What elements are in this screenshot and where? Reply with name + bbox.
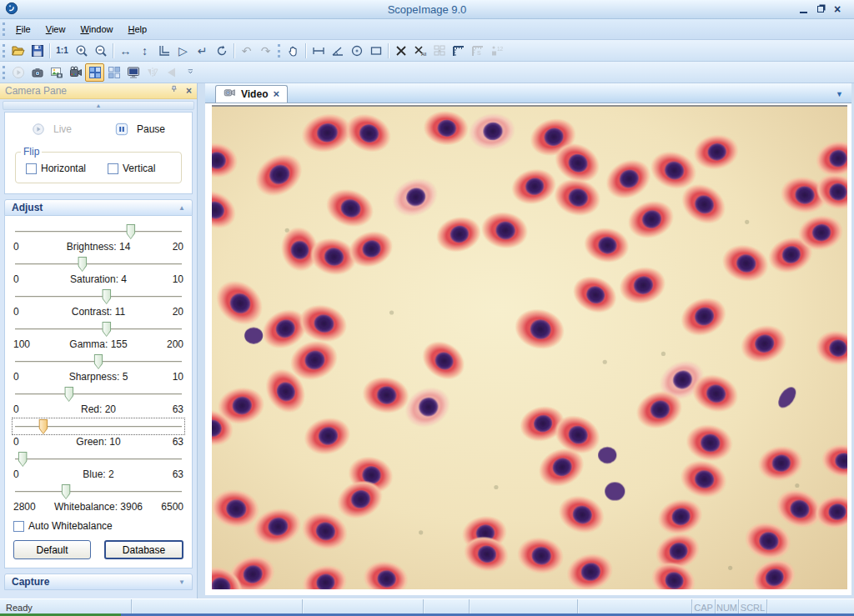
slider-groove [15, 263, 182, 265]
tab-video[interactable]: Video× [215, 85, 288, 103]
pan-icon[interactable] [284, 42, 303, 60]
slider-track-blue[interactable] [12, 450, 185, 468]
slider-track-saturation[interactable] [12, 255, 185, 273]
multiview-icon[interactable] [85, 63, 104, 82]
capture-section-header[interactable]: Capture ▼ [4, 573, 193, 590]
toolbar-gripper[interactable] [278, 44, 280, 58]
toolbar-gripper[interactable] [3, 44, 5, 58]
database-button[interactable]: Database [104, 540, 183, 559]
slider-thumb-red[interactable] [64, 387, 73, 402]
close-pane-icon[interactable]: × [186, 85, 192, 97]
play-icon[interactable] [8, 63, 28, 82]
slider-track-red[interactable] [12, 385, 185, 403]
snapshot-icon[interactable] [47, 63, 66, 82]
ruler-scale-icon[interactable]: S [468, 42, 487, 60]
menu-gripper[interactable] [3, 23, 5, 36]
capture-title: Capture [12, 576, 49, 588]
slider-track-whitebalance[interactable] [12, 483, 185, 500]
measure-angle-icon[interactable] [328, 42, 347, 60]
tab-close-icon[interactable]: × [273, 90, 279, 98]
slider-track-sharpness[interactable] [12, 353, 185, 370]
slider-whitebalance: 2800Whitebalance: 39066500 [12, 483, 185, 513]
auto-whitebalance-checkbox[interactable]: Auto Whitebalance [13, 520, 183, 532]
delete-icon[interactable] [391, 42, 410, 60]
flip-group-title: Flip [21, 146, 42, 158]
measure-circle-icon[interactable] [347, 42, 366, 60]
slider-track-green[interactable] [12, 418, 185, 435]
rotate-icon[interactable] [212, 42, 231, 60]
enter-icon[interactable]: ↵ [193, 42, 212, 60]
menu-item-file[interactable]: File [8, 22, 38, 37]
live-button[interactable]: Live [32, 123, 72, 136]
redo-icon[interactable]: ↷ [256, 42, 275, 60]
slider-thumb-blue[interactable] [18, 452, 28, 467]
flip-vertical-checkbox[interactable]: Vertical [108, 163, 155, 174]
crop-icon[interactable] [154, 42, 173, 60]
adjust-section-header[interactable]: Adjust ▲ [4, 199, 193, 216]
zoom-in-icon[interactable] [72, 42, 91, 60]
tab-list-dropdown-icon[interactable]: ▼ [836, 90, 843, 98]
slider-track-brightness[interactable] [12, 223, 185, 240]
flip-horizontal-checkbox[interactable]: Horizontal [26, 163, 86, 174]
checkbox-box[interactable] [26, 163, 37, 174]
slider-value-label: Sharpness: 5 [42, 371, 155, 383]
slider-thumb-green[interactable] [38, 419, 48, 434]
fit-height-icon[interactable]: ↕ [135, 42, 154, 60]
pause-button[interactable]: Pause [115, 123, 165, 136]
collapse-strip[interactable]: ▲ [3, 101, 194, 110]
slider-min: 0 [13, 468, 42, 480]
slider-thumb-brightness[interactable] [126, 224, 135, 239]
slider-green: 0Green: 1063 [12, 418, 185, 448]
slider-value-label: Saturation: 4 [42, 273, 155, 285]
slider-groove [15, 458, 182, 460]
measure-line-icon[interactable] [309, 42, 328, 60]
zoom-out-icon[interactable] [91, 42, 110, 60]
slider-track-contrast[interactable] [12, 288, 185, 305]
toolbar-gripper[interactable] [3, 66, 5, 79]
flip-vertical-icon[interactable] [162, 63, 181, 82]
count-icon[interactable]: 12 [487, 42, 506, 60]
ruler-horizontal-icon[interactable] [449, 42, 468, 60]
slider-thumb-whitebalance[interactable] [62, 484, 71, 499]
pin-icon[interactable] [169, 85, 179, 98]
slider-thumb-gamma[interactable] [102, 322, 111, 337]
menu-item-window[interactable]: Window [73, 22, 120, 37]
menu-item-help[interactable]: Help [121, 22, 155, 37]
checkbox-box[interactable] [13, 521, 24, 532]
actual-size-icon[interactable]: 1:1 [53, 42, 72, 60]
tab-label: Video [241, 88, 268, 100]
slider-min: 0 [13, 403, 42, 415]
save-icon[interactable] [28, 42, 47, 60]
checkbox-box[interactable] [108, 163, 118, 174]
menu-item-view[interactable]: View [38, 22, 73, 37]
close-window-icon[interactable]: × [834, 5, 844, 14]
slider-thumb-sharpness[interactable] [94, 354, 103, 369]
fit-width-icon[interactable]: ↔ [116, 42, 135, 60]
slider-thumb-saturation[interactable] [78, 257, 87, 272]
open-folder-icon[interactable] [8, 42, 28, 60]
default-button[interactable]: Default [13, 540, 91, 559]
camcorder-icon[interactable] [66, 63, 85, 82]
still-camera-icon[interactable] [28, 63, 47, 82]
slider-track-gamma[interactable] [12, 320, 185, 338]
slider-value-label: Brightness: 14 [42, 241, 155, 253]
video-camera-icon [224, 87, 236, 102]
thumbnails-icon[interactable] [430, 42, 449, 60]
slider-gamma: 100Gamma: 155200 [12, 320, 185, 350]
tile-windows-icon[interactable] [104, 63, 123, 82]
flip-horizontal-icon[interactable] [143, 63, 162, 82]
toolbar-overflow-icon[interactable] [181, 63, 200, 82]
delete-all-icon[interactable]: All [410, 42, 430, 60]
minimize-button-icon[interactable] [800, 6, 807, 13]
restore-button-icon[interactable] [817, 6, 824, 13]
video-canvas[interactable] [212, 105, 847, 589]
slider-max: 6500 [155, 501, 183, 513]
measure-rect-icon[interactable] [366, 42, 385, 60]
pointer-icon[interactable]: ▷ [173, 42, 193, 60]
monitor-icon[interactable] [123, 63, 143, 82]
toolbar-camera [0, 62, 854, 83]
undo-icon[interactable]: ↶ [237, 42, 256, 60]
slider-thumb-contrast[interactable] [102, 289, 111, 304]
slider-min: 0 [13, 273, 42, 285]
slider-labels-sharpness: 0Sharpness: 510 [12, 370, 185, 383]
